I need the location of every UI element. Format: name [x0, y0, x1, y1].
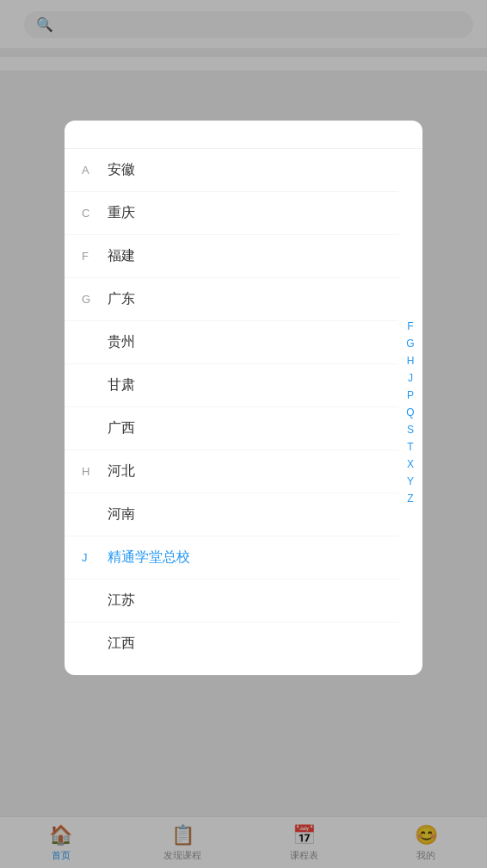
alpha-index-letter[interactable]: X: [407, 459, 414, 469]
section-letter: A: [82, 164, 101, 177]
list-item[interactable]: C重庆: [65, 192, 398, 235]
section-letter: C: [82, 207, 101, 220]
list-item[interactable]: 河南: [65, 493, 398, 536]
modal-title: [65, 121, 422, 149]
branch-name: 甘肃: [108, 376, 135, 394]
alpha-index-letter[interactable]: P: [407, 390, 414, 400]
alpha-index-letter[interactable]: F: [407, 321, 413, 332]
branch-name: 河南: [108, 505, 135, 524]
section-letter: G: [82, 293, 101, 306]
list-item[interactable]: 江苏: [65, 580, 398, 623]
branch-name: 河北: [108, 462, 135, 480]
branch-name: 安徽: [108, 161, 135, 179]
branch-name: 江西: [108, 635, 135, 653]
branch-list[interactable]: A安徽C重庆F福建G广东贵州甘肃广西H河北河南J精通学堂总校江苏江西: [65, 149, 398, 675]
list-item[interactable]: 甘肃: [65, 364, 398, 407]
alpha-index-letter[interactable]: J: [408, 373, 413, 383]
alpha-index-letter[interactable]: Q: [406, 407, 414, 418]
branch-name: 重庆: [108, 204, 135, 222]
alpha-index-letter[interactable]: S: [407, 425, 414, 435]
alpha-index-sidebar[interactable]: FGHJPQSTXYZ: [398, 149, 422, 675]
alpha-index-letter[interactable]: T: [407, 442, 413, 452]
alpha-index-letter[interactable]: G: [406, 338, 414, 349]
branch-name: 广西: [108, 419, 135, 437]
modal-body: A安徽C重庆F福建G广东贵州甘肃广西H河北河南J精通学堂总校江苏江西 FGHJP…: [65, 149, 422, 675]
list-item[interactable]: H河北: [65, 450, 398, 493]
list-item[interactable]: G广东: [65, 278, 398, 321]
alpha-index-letter[interactable]: H: [407, 356, 415, 366]
list-item[interactable]: A安徽: [65, 149, 398, 192]
list-item[interactable]: J精通学堂总校: [65, 536, 398, 580]
list-item[interactable]: F福建: [65, 235, 398, 278]
alpha-index-letter[interactable]: Z: [407, 493, 413, 504]
section-letter: J: [82, 551, 101, 564]
list-item[interactable]: 贵州: [65, 321, 398, 364]
branch-name: 福建: [108, 247, 135, 265]
branch-name: 广东: [108, 290, 135, 308]
list-item[interactable]: 广西: [65, 407, 398, 450]
branch-name: 精通学堂总校: [108, 549, 190, 567]
alpha-index-letter[interactable]: Y: [407, 476, 414, 487]
branch-name: 江苏: [108, 592, 135, 610]
branch-name: 贵州: [108, 333, 135, 351]
section-letter: F: [82, 250, 101, 263]
list-item[interactable]: 江西: [65, 623, 398, 665]
branch-selection-modal: A安徽C重庆F福建G广东贵州甘肃广西H河北河南J精通学堂总校江苏江西 FGHJP…: [65, 121, 422, 675]
section-letter: H: [82, 465, 101, 478]
